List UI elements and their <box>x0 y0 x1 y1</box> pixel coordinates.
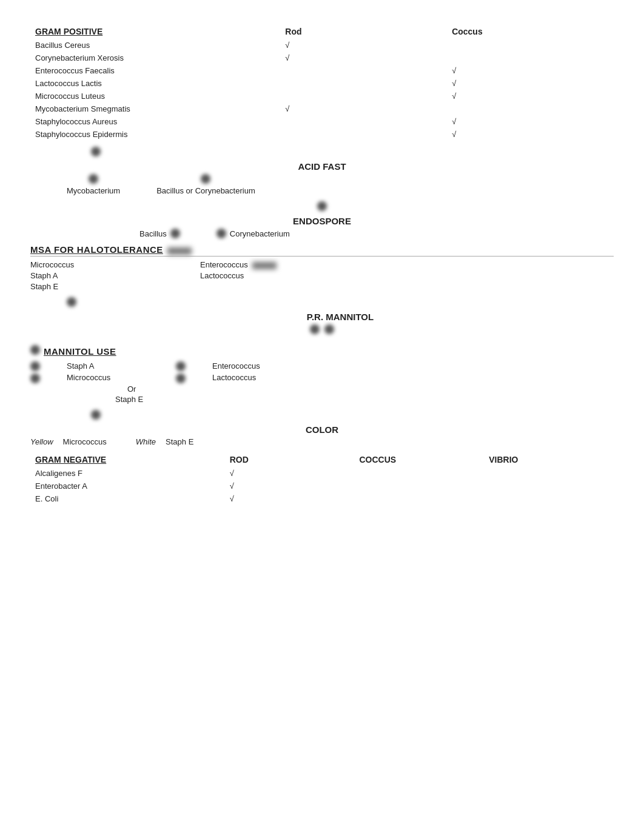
endospore-header: ENDOSPORE <box>30 216 614 226</box>
gn-rod-check: √ <box>225 467 355 480</box>
gp-table-row: Corynebacterium Xerosis√ <box>30 52 614 64</box>
mu-right-2: Lactococcus <box>212 373 260 382</box>
mu-right-1: Enterococcus <box>212 361 260 371</box>
color-section: COLOR Yellow Micrococcus White Staph E <box>30 410 614 446</box>
endospore-icon-1 <box>170 229 180 238</box>
gp-rod-check <box>280 115 447 128</box>
acid-fast-blurred-icon-1 <box>91 147 101 156</box>
endospore-items: Bacillus Corynebacterium <box>139 229 614 238</box>
gp-coccus-check: √ <box>447 64 614 77</box>
gn-table-row: Alcaligenes F√ <box>30 467 614 480</box>
msa-row-2: Staph A Lactococcus <box>30 271 614 280</box>
gp-table-row: Mycobacterium Smegmatis√ <box>30 102 614 115</box>
gp-coccus-check <box>447 39 614 52</box>
gp-table-row: Staphylococcus Epidermis√ <box>30 128 614 141</box>
gp-rod-check <box>280 90 447 102</box>
msa-section: MSA FOR HALOTOLERANCE Micrococcus Entero… <box>30 244 614 291</box>
gp-organism-name: Corynebacterium Xerosis <box>30 52 280 64</box>
mu-icon-4 <box>176 374 186 383</box>
endospore-bacillus-label: Bacillus <box>139 229 167 238</box>
msa-left-1: Micrococcus <box>30 260 200 269</box>
gp-coccus-check <box>447 102 614 115</box>
msa-right-2: Lactococcus <box>200 271 244 280</box>
mannitol-blurred-icon <box>30 345 40 355</box>
color-blurred-icon <box>91 410 101 420</box>
gp-rod-check <box>280 128 447 141</box>
gn-header: GRAM NEGATIVE <box>30 452 225 467</box>
gp-coccus-check: √ <box>447 77 614 90</box>
mu-or-label: Or <box>127 384 614 394</box>
gn-rod-check: √ <box>225 480 355 492</box>
yellow-organism: Micrococcus <box>63 437 107 446</box>
gn-coccus-check <box>354 480 484 492</box>
af-icon-mycobacterium <box>89 174 98 184</box>
gn-vibrio-header: VIBRIO <box>484 452 614 467</box>
gp-organism-name: Staphylococcus Aureus <box>30 115 280 128</box>
gp-organism-name: Staphylococcus Epidermis <box>30 128 280 141</box>
endospore-blurred-icon <box>317 201 327 211</box>
msa-left-2: Staph A <box>30 271 200 280</box>
gn-vibrio-check <box>484 480 614 492</box>
af-mycobacterium-label: Mycobacterium <box>67 186 120 195</box>
pr-mannitol-section: P.R. MANNITOL <box>30 297 614 334</box>
msa-header: MSA FOR HALOTOLERANCE <box>30 244 163 255</box>
acid-fast-items: Mycobacterium Bacillus or Corynebacteriu… <box>67 174 614 195</box>
gp-rod-check: √ <box>280 52 447 64</box>
gp-table-row: Micrococcus Luteus√ <box>30 90 614 102</box>
mu-icon-2 <box>30 374 40 383</box>
gn-vibrio-check <box>484 467 614 480</box>
gp-header: GRAM POSITIVE <box>30 24 280 39</box>
gp-organism-name: Micrococcus Luteus <box>30 90 280 102</box>
gn-rod-check: √ <box>225 492 355 505</box>
gp-organism-name: Enterococcus Faecalis <box>30 64 280 77</box>
msa-left-3: Staph E <box>30 282 200 291</box>
msa-row-3: Staph E <box>30 282 614 291</box>
gram-positive-table: GRAM POSITIVE Rod Coccus Bacillus Cereus… <box>30 24 614 141</box>
msa-blurred-enterococcus <box>252 262 277 269</box>
gp-organism-name: Lactococcus Lactis <box>30 77 280 90</box>
mu-icon-3 <box>176 361 186 371</box>
endospore-icon-2 <box>216 229 226 238</box>
pr-icon-1 <box>310 324 320 334</box>
msa-row-1: Micrococcus Enterococcus <box>30 260 614 269</box>
acid-fast-section: ACID FAST Mycobacterium Bacillus or Cory… <box>30 147 614 195</box>
gn-organism-name: Enterobacter A <box>30 480 225 492</box>
gp-rod-check <box>280 77 447 90</box>
color-row: Yellow Micrococcus White Staph E <box>30 437 614 446</box>
gn-vibrio-check <box>484 492 614 505</box>
mu-left-1: Staph A <box>67 361 176 371</box>
gp-organism-name: Bacillus Cereus <box>30 39 280 52</box>
mu-left-2: Micrococcus <box>67 373 176 382</box>
gp-coccus-check: √ <box>447 115 614 128</box>
acid-fast-header: ACID FAST <box>30 161 614 172</box>
af-bacillus-label: Bacillus or Corynebacterium <box>156 186 255 195</box>
gp-coccus-check: √ <box>447 128 614 141</box>
pr-mannitol-blurred-icon <box>67 297 76 307</box>
gp-rod-check: √ <box>280 102 447 115</box>
mannitol-use-section: MANNITOL USE Staph A Micrococcus Enteroc… <box>30 340 614 404</box>
gn-organism-name: Alcaligenes F <box>30 467 225 480</box>
gn-table-row: E. Coli√ <box>30 492 614 505</box>
mannitol-use-header: MANNITOL USE <box>44 346 116 357</box>
gram-negative-section: GRAM NEGATIVE ROD COCCUS VIBRIO Alcalige… <box>30 452 614 505</box>
gp-coccus-check: √ <box>447 90 614 102</box>
gp-coccus-check <box>447 52 614 64</box>
gn-organism-name: E. Coli <box>30 492 225 505</box>
gn-coccus-check <box>354 492 484 505</box>
gn-coccus-check <box>354 467 484 480</box>
pr-icon-2 <box>324 324 334 334</box>
white-label: White <box>136 437 156 446</box>
color-header: COLOR <box>30 424 614 435</box>
gp-organism-name: Mycobacterium Smegmatis <box>30 102 280 115</box>
gp-coccus-header: Coccus <box>447 24 614 39</box>
gn-coccus-header: COCCUS <box>354 452 484 467</box>
gn-table-row: Enterobacter A√ <box>30 480 614 492</box>
gram-negative-table: GRAM NEGATIVE ROD COCCUS VIBRIO Alcalige… <box>30 452 614 505</box>
gram-positive-section: GRAM POSITIVE Rod Coccus Bacillus Cereus… <box>30 24 614 141</box>
yellow-label: Yellow <box>30 437 53 446</box>
endospore-corynebacterium-label: Corynebacterium <box>230 229 290 238</box>
gp-table-row: Enterococcus Faecalis√ <box>30 64 614 77</box>
gp-rod-header: Rod <box>280 24 447 39</box>
gn-rod-header: ROD <box>225 452 355 467</box>
gp-rod-check: √ <box>280 39 447 52</box>
